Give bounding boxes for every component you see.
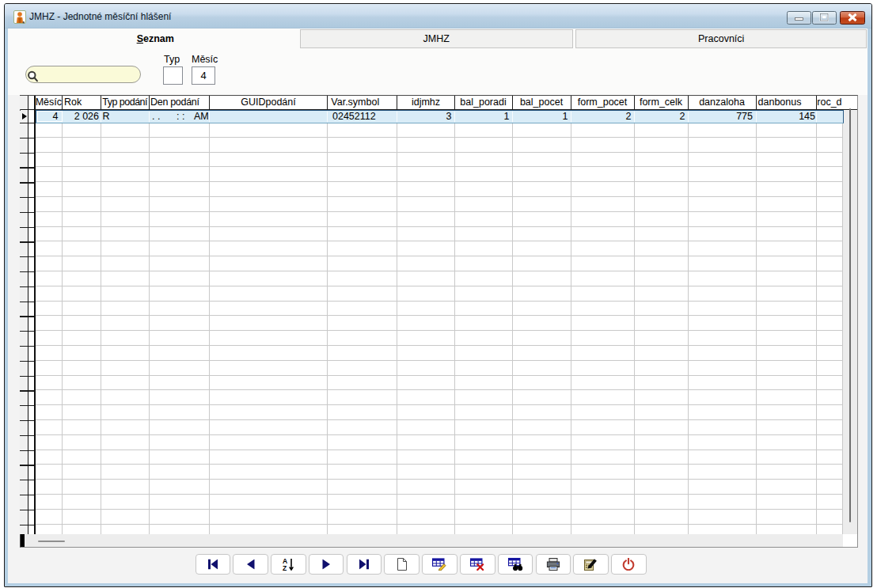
svg-text:Z: Z — [283, 564, 287, 571]
